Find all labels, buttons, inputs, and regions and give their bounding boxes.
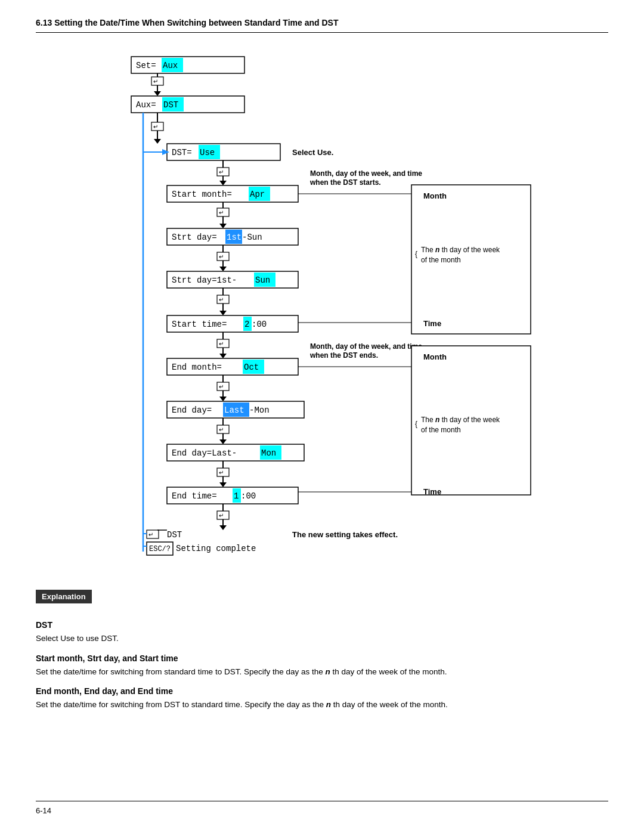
dst-text: Select Use to use DST. bbox=[36, 632, 608, 645]
svg-text:-Mon: -Mon bbox=[249, 405, 270, 415]
svg-text:when the DST starts.: when the DST starts. bbox=[309, 178, 381, 187]
svg-marker-42 bbox=[219, 224, 227, 228]
svg-text:Time: Time bbox=[423, 319, 441, 328]
svg-text:Month, day of the week, and ti: Month, day of the week, and time bbox=[310, 169, 422, 178]
svg-marker-31 bbox=[219, 181, 227, 185]
svg-marker-124 bbox=[219, 525, 227, 530]
svg-text:{: { bbox=[415, 420, 417, 428]
svg-text:2: 2 bbox=[244, 320, 249, 329]
svg-text:↵: ↵ bbox=[219, 469, 224, 476]
svg-text:↵: ↵ bbox=[219, 512, 224, 519]
svg-text:Use: Use bbox=[200, 148, 215, 157]
svg-text:of the month: of the month bbox=[421, 426, 461, 434]
end-heading: End month, End day, and End time bbox=[36, 686, 608, 696]
end-section: End month, End day, and End time Set the… bbox=[36, 686, 608, 711]
dst-heading: DST bbox=[36, 620, 608, 630]
svg-text:↵: ↵ bbox=[219, 426, 224, 433]
svg-text:when the DST ends.: when the DST ends. bbox=[309, 351, 378, 360]
svg-text:End time=: End time= bbox=[172, 491, 217, 501]
svg-marker-8 bbox=[154, 91, 161, 96]
svg-text:The n th day of the week: The n th day of the week bbox=[421, 246, 500, 254]
svg-text:↵: ↵ bbox=[219, 169, 224, 175]
svg-text:DST=: DST= bbox=[172, 148, 192, 157]
svg-marker-103 bbox=[219, 439, 227, 444]
svg-text:Apr: Apr bbox=[250, 190, 265, 199]
svg-marker-112 bbox=[219, 482, 227, 487]
svg-text:↵: ↵ bbox=[219, 383, 224, 390]
svg-text:Strt day=: Strt day= bbox=[172, 233, 217, 242]
svg-text:ESC/?: ESC/? bbox=[149, 545, 171, 553]
svg-text:↵: ↵ bbox=[219, 209, 224, 216]
svg-text:↵: ↵ bbox=[148, 531, 153, 538]
svg-marker-90 bbox=[219, 397, 227, 401]
end-text: Set the date/time for switching from DST… bbox=[36, 698, 608, 711]
svg-marker-52 bbox=[219, 267, 227, 271]
page-number: 6-14 bbox=[36, 806, 51, 815]
svg-text:↵: ↵ bbox=[219, 296, 224, 303]
svg-text:The n th day of the week: The n th day of the week bbox=[421, 416, 500, 424]
svg-text:End day=Last-: End day=Last- bbox=[172, 448, 237, 458]
svg-text:End day=: End day= bbox=[172, 405, 212, 415]
svg-text:1: 1 bbox=[234, 491, 239, 501]
svg-text:↵: ↵ bbox=[219, 340, 224, 347]
svg-text:↵: ↵ bbox=[153, 123, 158, 130]
page: 6.13 Setting the Date/Time When Switchin… bbox=[0, 0, 644, 735]
svg-text:DST: DST bbox=[163, 100, 178, 110]
start-text: Set the date/time for switching from sta… bbox=[36, 665, 608, 679]
svg-text:Month: Month bbox=[423, 352, 447, 361]
svg-text:{: { bbox=[415, 250, 417, 258]
svg-text:Month, day of the week, and ti: Month, day of the week, and time bbox=[310, 342, 422, 351]
svg-text:Sun: Sun bbox=[255, 275, 270, 285]
svg-text:-Sun: -Sun bbox=[242, 233, 262, 242]
page-footer: 6-14 bbox=[36, 801, 608, 815]
diagram-svg: Set= Aux ↵ Aux= DST ↵ bbox=[89, 51, 555, 569]
svg-text:Last: Last bbox=[224, 405, 244, 415]
svg-marker-79 bbox=[219, 354, 227, 358]
header-text: 6.13 Setting the Date/Time When Switchin… bbox=[36, 18, 338, 27]
svg-text:Start month=: Start month= bbox=[172, 190, 232, 199]
svg-text:Setting complete: Setting complete bbox=[176, 544, 256, 553]
svg-text:1st: 1st bbox=[227, 233, 242, 242]
start-section: Start month, Strt day, and Start time Se… bbox=[36, 654, 608, 679]
svg-text:Start time=: Start time= bbox=[172, 320, 227, 329]
svg-text:↵: ↵ bbox=[153, 78, 158, 85]
svg-text:The new setting takes effect.: The new setting takes effect. bbox=[292, 530, 398, 539]
svg-text:Oct: Oct bbox=[244, 363, 259, 372]
svg-text:Aux=: Aux= bbox=[136, 100, 156, 110]
svg-text:Set=: Set= bbox=[136, 61, 156, 70]
dst-section: DST Select Use to use DST. bbox=[36, 620, 608, 645]
svg-text::00: :00 bbox=[252, 320, 267, 329]
svg-text:Month: Month bbox=[423, 191, 447, 200]
explanation-label: Explanation bbox=[36, 590, 92, 603]
svg-text:Aux: Aux bbox=[163, 61, 178, 70]
page-header: 6.13 Setting the Date/Time When Switchin… bbox=[36, 18, 608, 33]
svg-marker-18 bbox=[154, 139, 161, 144]
svg-text:End month=: End month= bbox=[172, 363, 222, 372]
svg-text:Time: Time bbox=[423, 487, 441, 496]
svg-text:Strt day=1st-: Strt day=1st- bbox=[172, 275, 237, 285]
svg-text::00: :00 bbox=[241, 491, 256, 501]
svg-text:Select Use.: Select Use. bbox=[292, 148, 333, 157]
svg-text:↵: ↵ bbox=[219, 253, 224, 260]
svg-text:DST: DST bbox=[167, 530, 182, 540]
svg-text:Mon: Mon bbox=[261, 448, 276, 458]
svg-marker-64 bbox=[219, 311, 227, 315]
explanation-section: Explanation DST Select Use to use DST. S… bbox=[36, 590, 608, 711]
start-heading: Start month, Strt day, and Start time bbox=[36, 654, 608, 663]
svg-text:of the month: of the month bbox=[421, 256, 461, 264]
